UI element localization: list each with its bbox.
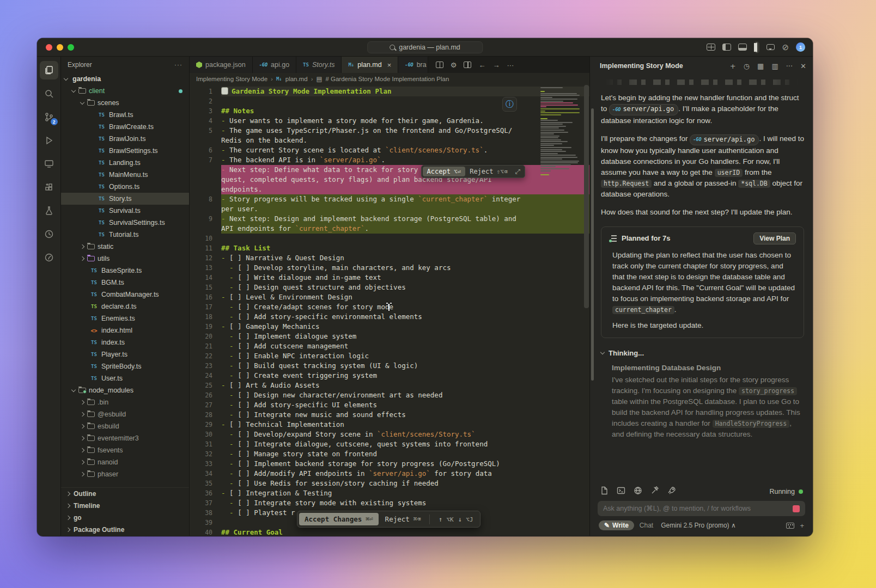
chat-grid-icon[interactable]: ▦ (757, 63, 764, 70)
code-line[interactable]: 17 - [ ] Create/adapt scenes for story m… (190, 302, 589, 312)
write-mode-pill[interactable]: ✎ Write (599, 520, 634, 530)
code-line[interactable]: 27 - [ ] Add story-specific UI elements (190, 400, 589, 410)
tree-item-index.html[interactable]: <>index.html (61, 324, 189, 336)
reject-all-changes-button[interactable]: Reject⌘⌫ (380, 513, 426, 525)
tree-item-Brawl.ts[interactable]: TSBrawl.ts (61, 109, 189, 121)
model-selector[interactable]: Gemini 2.5 Pro (promo) ∧ (661, 522, 736, 529)
code-line[interactable]: 22 - [ ] Enable NPC interaction logic (190, 351, 589, 361)
view-plan-button[interactable]: View Plan (753, 232, 796, 244)
reject-change-button[interactable]: Reject⇧⌥⌫ (465, 167, 512, 176)
code-line[interactable]: 29- [ ] Technical Implementation (190, 420, 589, 430)
tree-item-SurvivalSettings.ts[interactable]: TSSurvivalSettings.ts (61, 217, 189, 229)
tree-item-Tutorial.ts[interactable]: TSTutorial.ts (61, 229, 189, 241)
terminal-icon[interactable] (617, 486, 625, 497)
attach-file-icon[interactable] (600, 486, 609, 497)
rocket-icon[interactable] (667, 486, 676, 497)
next-change-button[interactable]: ↓ ⌥J (458, 516, 473, 523)
tab-api.go[interactable]: -GOapi.go (253, 57, 296, 73)
tree-item-scenes[interactable]: scenes (61, 97, 189, 109)
code-line[interactable]: 23 - [ ] Build quest tracking system (UI… (190, 361, 589, 371)
tree-item-BrawlSettings.ts[interactable]: TSBrawlSettings.ts (61, 145, 189, 157)
explorer-more-actions-icon[interactable]: ··· (174, 61, 182, 69)
code-line[interactable]: 28 - [ ] Integrate new music and sound e… (190, 410, 589, 420)
tools-icon[interactable] (650, 486, 659, 497)
code-line[interactable]: 36- [ ] Integration & Testing (190, 488, 589, 498)
code-line[interactable]: 35 - [ ] Use Redis for session/story cac… (190, 479, 589, 488)
command-center-search[interactable]: gardenia — plan.md (367, 41, 483, 53)
remote-explorer-view-icon[interactable] (40, 155, 58, 173)
code-line[interactable]: 2 (190, 96, 589, 106)
tab-Story.ts[interactable]: TSStory.ts (296, 57, 342, 73)
editor-scrollbar[interactable] (584, 85, 589, 308)
breadcrumb-part[interactable]: plan.md (285, 76, 308, 82)
tree-item-Player.ts[interactable]: TSPlayer.ts (61, 348, 189, 360)
tree-item-utils[interactable]: utils (61, 253, 189, 265)
sidebar-section-go[interactable]: go (61, 512, 189, 524)
tree-item-SpriteBody.ts[interactable]: TSSpriteBody.ts (61, 360, 189, 372)
code-line[interactable]: 9- Next step: Design and implement backe… (190, 214, 589, 224)
profile-tools-icon[interactable] (40, 248, 58, 267)
navigate-back-icon[interactable]: ← (478, 61, 485, 69)
chat-more-icon[interactable]: ··· (786, 63, 793, 70)
accept-change-button[interactable]: Accept⌥⏎ (423, 167, 466, 176)
file-chip[interactable]: -GOserver/api.go (609, 104, 678, 115)
breadcrumb[interactable]: Implementing Story Mode › M↓ plan.md › ▤… (190, 73, 589, 85)
keyboard-icon[interactable] (786, 523, 794, 529)
chat-mode-label[interactable]: Chat (640, 522, 653, 529)
code-line[interactable]: endpoints. (190, 185, 589, 194)
maximize-window-button[interactable] (68, 44, 74, 51)
tree-item-BaseSprite.ts[interactable]: TSBaseSprite.ts (61, 265, 189, 277)
breadcrumb-part[interactable]: # Gardenia Story Mode Implementation Pla… (325, 76, 449, 82)
tree-item-phaser[interactable]: phaser (61, 468, 189, 480)
code-line[interactable]: 25- [ ] Art & Audio Assets (190, 381, 589, 390)
info-button[interactable]: ⓘ (502, 97, 517, 112)
accept-all-changes-button[interactable]: Accept Changes⌘⏎ (299, 513, 379, 525)
code-line[interactable]: 6- The current Story scene is located at… (190, 145, 589, 155)
tree-item-fsevents[interactable]: fsevents (61, 444, 189, 456)
tab-bra[interactable]: -GObra (398, 57, 428, 73)
close-panel-icon[interactable]: ✕ (800, 63, 806, 70)
code-line[interactable]: 7- The backend API is in `server/api.go`… (190, 155, 589, 165)
code-line[interactable]: 4- User wants to implement a story mode … (190, 116, 589, 126)
tree-item-@esbuild[interactable]: @esbuild (61, 408, 189, 420)
code-line[interactable]: 20 - [ ] Implement dialogue system (190, 332, 589, 341)
add-context-icon[interactable]: + (800, 522, 804, 530)
extensions-view-icon[interactable] (40, 178, 58, 197)
tree-item-client[interactable]: client (61, 85, 189, 97)
breadcrumb-part[interactable]: Implementing Story Mode (196, 76, 267, 82)
expand-diff-icon[interactable]: ⤢ (512, 168, 524, 175)
code-line[interactable]: Redis on the backend. (190, 136, 589, 145)
new-chat-icon[interactable]: + (730, 63, 736, 70)
tree-item-index.ts[interactable]: TSindex.ts (61, 336, 189, 348)
stop-generation-button[interactable] (793, 505, 800, 512)
minimize-window-button[interactable] (57, 44, 63, 51)
code-line[interactable]: 15 - [ ] Design quest structure and obje… (190, 283, 589, 292)
toggle-secondary-sidebar-icon[interactable] (756, 42, 757, 52)
tree-item-node_modules[interactable]: node_modules (61, 384, 189, 396)
search-view-icon[interactable] (40, 84, 58, 103)
code-editor[interactable]: 1Gardenia Story Mode Implementation Plan… (190, 85, 589, 536)
sidebar-section-timeline[interactable]: Timeline (61, 500, 189, 512)
web-globe-icon[interactable] (634, 486, 642, 497)
tree-item-Survival.ts[interactable]: TSSurvival.ts (61, 205, 189, 217)
navigate-forward-icon[interactable]: → (492, 61, 500, 69)
thinking-toggle[interactable]: Thinking... (601, 348, 804, 358)
code-line[interactable]: - Next step: Define what data to track f… (190, 165, 589, 175)
code-line[interactable]: per user. (190, 204, 589, 214)
code-line[interactable]: 13 - [ ] Develop storyline, main charact… (190, 263, 589, 273)
tree-item-declare.d.ts[interactable]: TSdeclare.d.ts (61, 301, 189, 313)
tree-item-User.ts[interactable]: TSUser.ts (61, 372, 189, 384)
code-line[interactable]: 1Gardenia Story Mode Implementation Plan (190, 87, 589, 96)
toggle-primary-sidebar-icon[interactable] (722, 44, 731, 51)
tree-item-MainMenu.ts[interactable]: TSMainMenu.ts (61, 169, 189, 181)
tab-package.json[interactable]: package.json (190, 57, 253, 73)
code-line[interactable]: 40## Current Goal (190, 528, 589, 536)
testing-view-icon[interactable] (40, 201, 58, 220)
code-line[interactable]: 14 - [ ] Write dialogue and in-game text (190, 273, 589, 283)
code-line[interactable]: 26 - [ ] Design new character/environmen… (190, 390, 589, 400)
tree-item-esbuild[interactable]: esbuild (61, 420, 189, 432)
code-line[interactable]: 10 (190, 234, 589, 243)
tree-item-Enemies.ts[interactable]: TSEnemies.ts (61, 313, 189, 324)
code-line[interactable]: quest, completed quests, story flags) an… (190, 175, 589, 185)
more-actions-icon[interactable]: ··· (507, 61, 514, 69)
